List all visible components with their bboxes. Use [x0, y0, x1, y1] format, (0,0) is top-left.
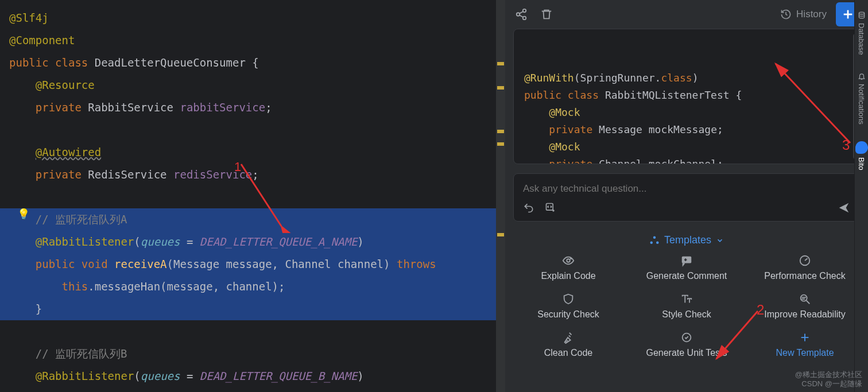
badge-icon [680, 331, 693, 344]
snippet-line: @Mock [524, 138, 854, 156]
snippet-line: private Message mockMessage; [524, 121, 854, 138]
template-performance-check[interactable]: Performance Check [749, 254, 861, 281]
templates-grid: Explain CodeGenerate CommentPerformance … [512, 254, 861, 358]
svg-point-17 [571, 258, 572, 259]
template-security-check[interactable]: Security Check [512, 293, 625, 320]
svg-point-14 [650, 241, 653, 244]
template-label: Style Check [662, 309, 711, 320]
question-input[interactable] [523, 180, 850, 201]
plus-icon [799, 331, 811, 344]
code-line[interactable]: @Slf4j [0, 7, 505, 29]
search-icon [799, 293, 811, 305]
comment-icon [680, 254, 693, 267]
template-style-check[interactable]: Style Check [630, 293, 743, 320]
svg-line-5 [520, 11, 523, 14]
code-context-icon[interactable] [545, 202, 556, 214]
snippet-line: @Mock [524, 104, 854, 121]
history-label: History [796, 9, 827, 20]
code-line[interactable]: this.messageHan(message, channel); [0, 275, 505, 298]
code-line[interactable]: public void receiveA(Message message, Ch… [0, 253, 505, 275]
code-editor[interactable]: @Slf4j@Componentpublic class DeadLetterQ… [0, 0, 505, 392]
code-line[interactable]: @Resource [0, 74, 505, 96]
share-icon[interactable] [513, 6, 529, 22]
templates-label: Templates [664, 234, 711, 246]
bito-icon [855, 141, 868, 154]
svg-line-26 [565, 341, 567, 342]
code-line[interactable]: @Autowired [0, 141, 505, 164]
code-line[interactable] [0, 320, 505, 343]
svg-point-15 [656, 241, 659, 244]
database-icon [858, 11, 866, 20]
template-label: Generate Unit Tests [646, 348, 727, 358]
snippet-line: private Channel mockChannel; [524, 156, 854, 164]
template-label: Generate Comment [646, 271, 727, 281]
template-explain-code[interactable]: Explain Code [512, 254, 625, 281]
code-snippet-response[interactable]: @RunWith(SpringRunner.class)public class… [513, 29, 860, 164]
svg-point-12 [553, 210, 554, 211]
code-line[interactable]: private RabbitService rabbitService; [0, 96, 505, 119]
broom-icon [562, 331, 575, 344]
side-tab-bito[interactable]: Bito [855, 141, 868, 170]
trash-icon[interactable] [538, 6, 555, 22]
code-line[interactable]: public class DeadLetterQueueConsumer { [0, 52, 505, 74]
question-input-box [513, 173, 860, 222]
code-line[interactable] [0, 186, 505, 208]
template-label: Security Check [537, 309, 599, 320]
code-line[interactable]: @RabbitListener(queues = DEAD_LETTER_QUE… [0, 231, 505, 253]
warning-marker[interactable] [497, 142, 504, 146]
code-line[interactable]: private RedisService redisService; [0, 164, 505, 186]
panel-toolbar: History [505, 0, 868, 29]
templates-icon [649, 235, 660, 246]
template-label: New Template [776, 348, 834, 358]
code-line[interactable] [0, 119, 505, 141]
plus-icon [842, 8, 854, 21]
snippet-line: @RunWith(SpringRunner.class) [524, 69, 854, 87]
svg-line-6 [520, 15, 523, 17]
template-clean-code[interactable]: Clean Code [512, 331, 625, 358]
history-button[interactable]: History [780, 9, 827, 20]
warning-marker[interactable] [497, 233, 504, 236]
warning-marker[interactable] [497, 62, 504, 65]
side-tab-database[interactable]: Database [857, 11, 866, 55]
warning-marker[interactable] [497, 86, 504, 90]
template-improve-readability[interactable]: Improve Readability [749, 293, 861, 320]
undo-icon[interactable] [523, 202, 534, 214]
chevron-down-icon [716, 236, 724, 244]
gauge-icon [799, 254, 811, 267]
snippet-line: public class RabbitMQListenerTest { [524, 87, 854, 104]
code-line[interactable]: @RabbitListener(queues = DEAD_LETTER_QUE… [0, 365, 505, 387]
assistant-panel: History @RunWith(SpringRunner.class)publ… [505, 0, 868, 392]
svg-point-3 [517, 13, 520, 16]
bell-icon [858, 72, 866, 80]
templates-header[interactable]: Templates [505, 234, 868, 246]
svg-line-23 [807, 301, 810, 304]
warning-marker[interactable] [497, 130, 504, 133]
template-label: Improve Readability [764, 309, 845, 320]
svg-point-4 [523, 17, 526, 20]
text-icon [680, 293, 693, 305]
editor-marker-strip[interactable] [496, 0, 505, 392]
svg-line-27 [567, 340, 568, 341]
template-generate-unit-tests[interactable]: Generate Unit Tests [630, 331, 743, 358]
template-label: Clean Code [544, 348, 593, 358]
svg-point-22 [801, 295, 807, 301]
intention-bulb-icon[interactable]: 💡 [17, 208, 30, 220]
shield-icon [562, 293, 575, 305]
eye-icon [562, 254, 575, 267]
template-label: Performance Check [764, 271, 845, 281]
template-label: Explain Code [541, 271, 595, 281]
history-icon [780, 9, 792, 20]
send-icon[interactable] [838, 201, 850, 214]
template-generate-comment[interactable]: Generate Comment [630, 254, 743, 281]
code-line[interactable]: } [0, 298, 505, 320]
code-line[interactable]: // 监听死信队列B [0, 343, 505, 365]
side-tab-notifications[interactable]: Notifications [857, 72, 866, 125]
svg-point-33 [859, 12, 864, 14]
svg-point-16 [567, 259, 570, 262]
watermark: @稀土掘金技术社区 CSDN @一起随缘 [795, 370, 862, 389]
code-line[interactable]: @Component [0, 29, 505, 52]
code-line[interactable]: // 监听死信队列A [0, 208, 505, 231]
template-new-template[interactable]: New Template [749, 331, 861, 358]
svg-point-2 [523, 9, 526, 13]
ide-side-tabs: Database Notifications Bito [854, 0, 868, 392]
